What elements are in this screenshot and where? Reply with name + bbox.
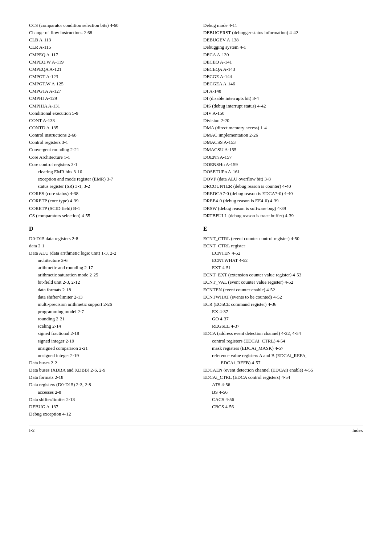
index-entry: DOSETUPn A-161 bbox=[203, 168, 363, 175]
index-entry: DREDCA7-0 (debug reason is EDCA7-0) 4-40 bbox=[203, 190, 363, 197]
index-entry: Data ALU (data arithmetic logic unit) 1-… bbox=[29, 250, 189, 257]
index-entry: CMPGT.W A-125 bbox=[29, 80, 189, 88]
index-entry: arithmetic and rounding 2-17 bbox=[29, 264, 189, 271]
index-entry: ECR (EOnCE command register) 4-36 bbox=[203, 301, 363, 308]
index-entry: scaling 2-14 bbox=[29, 323, 189, 330]
index-entry: ECNT_CTRL register bbox=[203, 242, 363, 250]
index-entry: DECGEA A-146 bbox=[203, 80, 363, 88]
index-entry: data formats 2-18 bbox=[29, 286, 189, 293]
index-entry: DI A-148 bbox=[203, 88, 363, 95]
index-entry: CCS (comparator condition selection bits… bbox=[29, 22, 189, 29]
index-entry: ECNT_EXT (extension counter value regist… bbox=[203, 271, 363, 279]
index-entry: EDCA (address event detection channel) 4… bbox=[203, 330, 363, 337]
index-entry: DIV A-150 bbox=[203, 110, 363, 117]
index-entry: CMPEQ A-117 bbox=[29, 51, 189, 58]
index-entry: Convergent rounding 2-21 bbox=[29, 146, 189, 153]
index-entry: CMPHI A-129 bbox=[29, 95, 189, 102]
index-entry: DECGE A-144 bbox=[203, 73, 363, 80]
index-entry: CORETP (core type) 4-39 bbox=[29, 197, 189, 204]
index-entry: status register (SR) 3-1, 3-2 bbox=[29, 183, 189, 190]
index-entry: Data formats 2-18 bbox=[29, 374, 189, 381]
index-entry: CMPGTA A-127 bbox=[29, 88, 189, 95]
index-entry: EDCAi_REFB) 4-57 bbox=[203, 359, 363, 366]
index-entry: GO 4-37 bbox=[203, 315, 363, 323]
index-entry: signed integer 2-19 bbox=[29, 337, 189, 345]
index-entry: data 2-1 bbox=[29, 242, 189, 250]
footer: I-2 Index bbox=[29, 425, 363, 433]
index-entry: CACS 4-56 bbox=[203, 396, 363, 403]
index-entry: DECEQA A-143 bbox=[203, 66, 363, 73]
index-entry: EXT 4-51 bbox=[203, 264, 363, 271]
index-entry: DMAC implementation 2-26 bbox=[203, 131, 363, 139]
index-entry: DEBUGERST (debugger status information) … bbox=[203, 29, 363, 36]
index-entry: ECNTWHAT (events to be counted) 4-52 bbox=[203, 293, 363, 301]
index-entry: Data buses 2-2 bbox=[29, 359, 189, 366]
index-entry: ECNT_VAL (event counter value register) … bbox=[203, 279, 363, 286]
footer-right: Index bbox=[352, 428, 363, 433]
index-entry: architecture 2-6 bbox=[29, 257, 189, 264]
index-entry: Data registers (D0-D15) 2-3, 2-8 bbox=[29, 381, 189, 388]
index-entry: arithmetic saturation mode 2-25 bbox=[29, 271, 189, 279]
index-entry: Control registers 3-1 bbox=[29, 139, 189, 146]
index-entry: programming model 2-7 bbox=[29, 308, 189, 315]
index-entry: Core control registers 3-1 bbox=[29, 161, 189, 168]
index-entry: Debugging system 4-1 bbox=[203, 44, 363, 51]
index-entry: Change-of-flow instructions 2-68 bbox=[29, 29, 189, 36]
index-entry: mask registers (EDCAi_MASK) 4-57 bbox=[203, 345, 363, 352]
section-header: E bbox=[203, 224, 363, 234]
index-entry: DOVF (data ALU overflow bit) 3-8 bbox=[203, 175, 363, 183]
index-entry: DRSW (debug reason is software bug) 4-39 bbox=[203, 205, 363, 212]
index-entry: accesses 2-8 bbox=[29, 389, 189, 396]
index-entry: CMPHIA A-131 bbox=[29, 102, 189, 110]
index-entry: Data shifter/limiter 2-13 bbox=[29, 396, 189, 403]
index-entry: D0-D15 data registers 2-8 bbox=[29, 235, 189, 242]
page-container: CCS (comparator condition selection bits… bbox=[29, 22, 363, 433]
index-entry: DI (disable interrupts bit) 3-4 bbox=[203, 95, 363, 102]
index-entry: unsigned integer 2-19 bbox=[29, 352, 189, 359]
index-entry: CS (comparators selection) 4-55 bbox=[29, 212, 189, 219]
index-entry: ECNTEN 4-52 bbox=[203, 250, 363, 257]
index-entry: CLR A-115 bbox=[29, 44, 189, 51]
index-entry: CONT A-133 bbox=[29, 117, 189, 124]
index-entry: CBCS 4-56 bbox=[203, 403, 363, 410]
index-entry: DOENn A-157 bbox=[203, 154, 363, 161]
index-entry: EDCAEN (event detection channel (EDCAi) … bbox=[203, 366, 363, 374]
index-entry: clearing EMR bits 3-10 bbox=[29, 168, 189, 175]
index-entry: EDCAi_CTRL (EDCA control registers) 4-54 bbox=[203, 374, 363, 381]
index-entry: CMPEQ.W A-119 bbox=[29, 58, 189, 66]
index-entry: DOENSHn A-159 bbox=[203, 161, 363, 168]
index-entry: DRCOUNTER (debug reason is counter) 4-40 bbox=[203, 183, 363, 190]
footer-left: I-2 bbox=[29, 428, 34, 433]
index-entry: DEBUG A-137 bbox=[29, 403, 189, 410]
index-entry: DIS (debug interrupt status) 4-42 bbox=[203, 102, 363, 110]
index-entry: CORES (core status) 4-38 bbox=[29, 190, 189, 197]
index-entry: EX 4-37 bbox=[203, 308, 363, 315]
columns: CCS (comparator condition selection bits… bbox=[29, 22, 363, 418]
index-entry: multi-precision arithmetic support 2-26 bbox=[29, 301, 189, 308]
index-entry: Control instructions 2-68 bbox=[29, 131, 189, 139]
index-entry: DMA (direct memory access) 1-4 bbox=[203, 124, 363, 131]
index-entry: DMACSU A-155 bbox=[203, 146, 363, 153]
index-entry: CLB A-113 bbox=[29, 36, 189, 44]
index-entry: control registers (EDCAi_CTRL) 4-54 bbox=[203, 337, 363, 345]
index-entry: ECNTWHAT 4-52 bbox=[203, 257, 363, 264]
index-entry: rounding 2-21 bbox=[29, 315, 189, 323]
index-entry: DREE4-0 (debug reason is EE4-0) 4-39 bbox=[203, 197, 363, 204]
index-entry: DECEQ A-141 bbox=[203, 58, 363, 66]
right-column: Debug mode 4-11DEBUGERST (debugger statu… bbox=[203, 22, 363, 418]
index-entry: CMPEQA A-121 bbox=[29, 66, 189, 73]
index-entry: data shifter/limiter 2-13 bbox=[29, 293, 189, 301]
index-entry: Debug mode 4-11 bbox=[203, 22, 363, 29]
index-entry: ATS 4-56 bbox=[203, 381, 363, 388]
index-entry: CMPGT A-123 bbox=[29, 73, 189, 80]
index-entry: Core Architecture 1-1 bbox=[29, 154, 189, 161]
index-entry: Data buses (XDBA and XDBB) 2-6, 2-9 bbox=[29, 366, 189, 374]
index-entry: signed fractional 2-18 bbox=[29, 330, 189, 337]
index-entry: DMACSS A-153 bbox=[203, 139, 363, 146]
index-entry: DECA A-139 bbox=[203, 51, 363, 58]
index-entry: ECNTEN (event counter enable) 4-52 bbox=[203, 286, 363, 293]
index-entry: REGSEL 4-37 bbox=[203, 323, 363, 330]
index-entry: bit-field unit 2-3, 2-12 bbox=[29, 279, 189, 286]
index-entry: BS 4-56 bbox=[203, 389, 363, 396]
index-entry: Conditional execution 5-9 bbox=[29, 110, 189, 117]
